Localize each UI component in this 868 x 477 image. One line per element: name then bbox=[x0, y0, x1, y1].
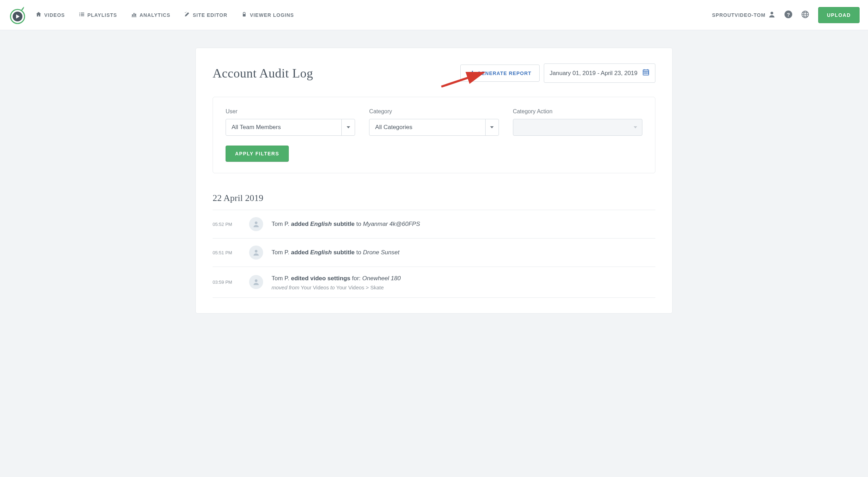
log-action: edited video settings bbox=[291, 275, 350, 282]
main-container: Account Audit Log GENERATE REPORT Januar… bbox=[195, 48, 673, 314]
log-target: Drone Sunset bbox=[363, 249, 399, 256]
pencil-icon bbox=[184, 12, 190, 18]
log-time: 03:59 PM bbox=[213, 280, 241, 285]
log-action: added English subtitle bbox=[291, 221, 354, 227]
user-label: SPROUTVIDEO-TOM bbox=[712, 12, 765, 18]
filter-user: User All Team Members bbox=[226, 108, 355, 136]
svg-rect-7 bbox=[79, 15, 80, 16]
svg-point-35 bbox=[647, 73, 647, 74]
filter-category-action: Category Action bbox=[513, 108, 642, 136]
svg-point-36 bbox=[648, 73, 648, 74]
user-menu[interactable]: SPROUTVIDEO-TOM bbox=[712, 11, 775, 19]
svg-point-32 bbox=[648, 72, 648, 72]
avatar bbox=[249, 246, 263, 260]
nav-label: ANALYTICS bbox=[140, 12, 171, 18]
category-select[interactable]: All Categories bbox=[369, 119, 499, 136]
filter-action-label: Category Action bbox=[513, 108, 642, 115]
log-action: added English subtitle bbox=[291, 249, 354, 256]
svg-point-33 bbox=[644, 73, 644, 74]
log-user: Tom P. bbox=[272, 275, 289, 282]
svg-point-38 bbox=[255, 250, 258, 253]
log-user: Tom P. bbox=[272, 221, 289, 227]
log-text: Tom P. added English subtitle to Myanmar… bbox=[272, 220, 420, 229]
log-date-heading: 22 April 2019 bbox=[213, 193, 655, 210]
generate-report-button[interactable]: GENERATE REPORT bbox=[460, 65, 540, 82]
log-time: 05:52 PM bbox=[213, 222, 241, 227]
user-select[interactable]: All Team Members bbox=[226, 119, 355, 136]
svg-point-31 bbox=[647, 72, 647, 72]
globe-button[interactable] bbox=[801, 11, 809, 20]
apply-filters-button[interactable]: APPLY FILTERS bbox=[226, 146, 289, 162]
svg-rect-12 bbox=[135, 14, 136, 16]
page-title: Account Audit Log bbox=[213, 66, 313, 81]
svg-point-39 bbox=[255, 280, 258, 282]
caret-down-icon bbox=[629, 119, 642, 135]
help-button[interactable]: ? bbox=[784, 11, 792, 20]
log-to: to bbox=[356, 249, 363, 256]
home-icon bbox=[36, 12, 41, 18]
svg-rect-3 bbox=[79, 13, 80, 13]
list-icon bbox=[79, 12, 85, 18]
nav-viewer-logins[interactable]: VIEWER LOGINS bbox=[241, 12, 294, 18]
svg-text:?: ? bbox=[787, 11, 790, 17]
log-section: 22 April 2019 05:52 PM Tom P. added Engl… bbox=[213, 193, 655, 298]
log-target: Onewheel 180 bbox=[362, 275, 401, 282]
calendar-icon bbox=[642, 69, 649, 78]
upload-button[interactable]: UPLOAD bbox=[818, 7, 860, 23]
svg-point-29 bbox=[644, 72, 644, 72]
log-time: 05:51 PM bbox=[213, 250, 241, 255]
category-select-value: All Categories bbox=[375, 124, 412, 131]
log-text: Tom P. edited video settings for: Onewhe… bbox=[272, 274, 401, 283]
svg-point-30 bbox=[645, 72, 646, 72]
log-to: to bbox=[356, 221, 363, 227]
logo[interactable] bbox=[8, 6, 27, 24]
nav-label: SITE EDITOR bbox=[193, 12, 227, 18]
avatar bbox=[249, 275, 263, 289]
generate-report-label: GENERATE REPORT bbox=[478, 70, 532, 76]
category-action-select bbox=[513, 119, 642, 136]
svg-point-34 bbox=[645, 73, 646, 74]
svg-rect-15 bbox=[243, 14, 246, 16]
nav-analytics[interactable]: ANALYTICS bbox=[131, 12, 171, 18]
question-icon: ? bbox=[784, 11, 792, 20]
svg-point-37 bbox=[255, 222, 258, 224]
log-entry: 05:51 PM Tom P. added English subtitle t… bbox=[213, 238, 655, 267]
avatar bbox=[249, 217, 263, 231]
svg-rect-5 bbox=[79, 14, 80, 15]
svg-rect-10 bbox=[132, 14, 133, 16]
nav-playlists[interactable]: PLAYLISTS bbox=[79, 12, 117, 18]
nav-site-editor[interactable]: SITE EDITOR bbox=[184, 12, 227, 18]
svg-rect-6 bbox=[81, 14, 84, 15]
user-select-value: All Team Members bbox=[232, 124, 281, 131]
filters-card: User All Team Members Category All Categ… bbox=[213, 97, 655, 173]
bar-chart-icon bbox=[131, 12, 137, 18]
filters-row: User All Team Members Category All Categ… bbox=[226, 108, 642, 136]
filter-category-label: Category bbox=[369, 108, 499, 115]
nav-right: SPROUTVIDEO-TOM ? UPLOAD bbox=[712, 7, 860, 23]
svg-rect-11 bbox=[133, 13, 134, 16]
log-for: for: bbox=[352, 275, 362, 282]
log-entry: 03:59 PM Tom P. edited video settings fo… bbox=[213, 267, 655, 298]
chart-icon bbox=[468, 70, 474, 76]
nav-videos[interactable]: VIDEOS bbox=[36, 12, 65, 18]
date-range-picker[interactable]: January 01, 2019 - April 23, 2019 bbox=[544, 63, 655, 83]
caret-down-icon bbox=[485, 119, 499, 135]
log-entry: 05:52 PM Tom P. added English subtitle t… bbox=[213, 210, 655, 238]
filter-category: Category All Categories bbox=[369, 108, 499, 136]
svg-rect-9 bbox=[132, 16, 136, 17]
log-user: Tom P. bbox=[272, 249, 289, 256]
caret-down-icon bbox=[341, 119, 355, 135]
top-nav: VIDEOS PLAYLISTS ANALYTICS SITE EDITOR V… bbox=[0, 0, 868, 30]
svg-point-14 bbox=[186, 12, 187, 13]
nav-label: VIDEOS bbox=[44, 12, 65, 18]
filter-user-label: User bbox=[226, 108, 355, 115]
nav-label: PLAYLISTS bbox=[87, 12, 117, 18]
lock-icon bbox=[241, 12, 247, 18]
svg-point-16 bbox=[770, 12, 773, 15]
svg-rect-8 bbox=[81, 15, 84, 16]
globe-icon bbox=[801, 11, 809, 20]
log-subtext: moved from Your Videos to Your Videos > … bbox=[272, 284, 401, 290]
log-text: Tom P. added English subtitle to Drone S… bbox=[272, 248, 399, 257]
page-header: Account Audit Log GENERATE REPORT Januar… bbox=[213, 63, 655, 83]
nav-label: VIEWER LOGINS bbox=[250, 12, 294, 18]
